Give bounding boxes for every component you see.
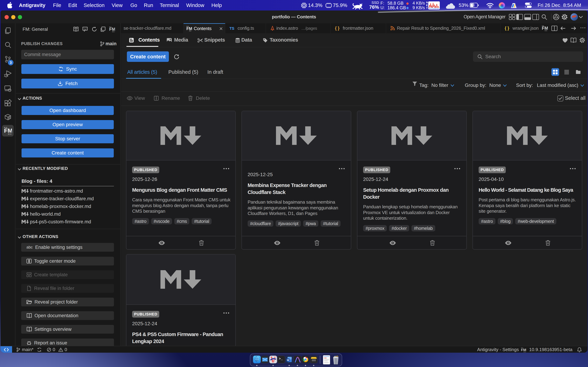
svg-text:FM: FM bbox=[521, 348, 526, 352]
svg-text:FM: FM bbox=[542, 26, 548, 31]
svg-text:FM: FM bbox=[109, 27, 115, 32]
svg-text:FM: FM bbox=[186, 26, 192, 31]
svg-text:abc: abc bbox=[26, 245, 33, 249]
svg-text:W: W bbox=[287, 359, 289, 361]
svg-text:FM: FM bbox=[4, 127, 12, 134]
